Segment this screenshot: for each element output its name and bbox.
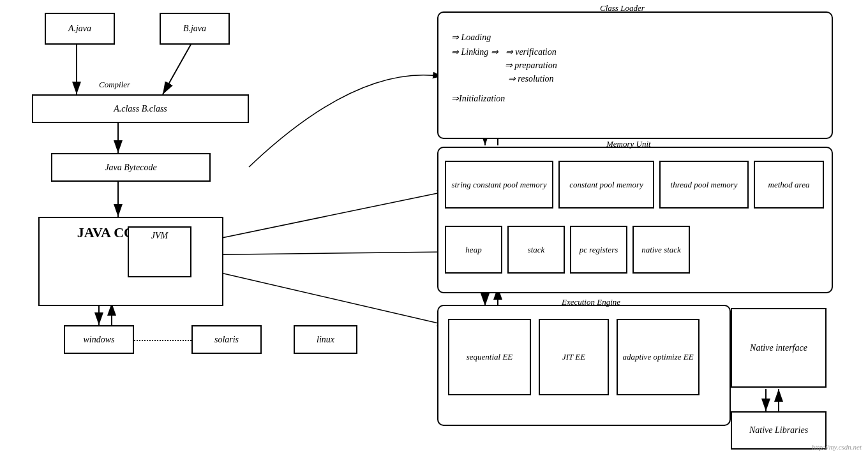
linux-label: linux xyxy=(317,335,334,345)
thread-pool-label: thread pool memory xyxy=(671,180,738,190)
method-area-box: method area xyxy=(754,161,824,209)
native-stack-label: native stack xyxy=(641,245,681,255)
svg-line-3 xyxy=(163,43,191,94)
sequential-ee-box: sequential EE xyxy=(448,319,531,395)
constant-pool-box: constant pool memory xyxy=(558,161,654,209)
java-bytecode-box: Java Bytecode xyxy=(51,153,211,182)
string-constant-pool-box: string constant pool memory xyxy=(445,161,553,209)
dotted-line xyxy=(134,340,191,341)
constant-pool-label: constant pool memory xyxy=(569,180,643,190)
svg-line-10 xyxy=(185,265,447,325)
stack-label: stack xyxy=(528,245,545,255)
native-stack-box: native stack xyxy=(632,226,690,274)
execution-engine-box: sequential EE JIT EE adaptive optimize E… xyxy=(437,305,731,426)
stack-box: stack xyxy=(507,226,565,274)
windows-label: windows xyxy=(83,335,114,345)
jit-ee-box: JIT EE xyxy=(539,319,609,395)
linking-text: ⇒ Linking ⇒ xyxy=(451,47,498,57)
pc-registers-label: pc registers xyxy=(580,245,618,255)
jvm-label: JVM xyxy=(151,231,168,241)
compiler-label: Compiler xyxy=(99,80,130,90)
loading-text: ⇒ Loading xyxy=(451,32,491,43)
b-java-label: B.java xyxy=(183,24,206,34)
preparation-text: ⇒ preparation xyxy=(505,60,557,71)
jit-ee-label: JIT EE xyxy=(562,352,585,362)
heap-label: heap xyxy=(465,245,481,255)
verification-text: ⇒ verification xyxy=(505,47,557,57)
a-java-box: A.java xyxy=(45,13,115,45)
class-loader-box: ⇒ Loading ⇒ Linking ⇒ ⇒ verification ⇒ p… xyxy=(437,11,833,139)
execution-engine-title: Execution Engine xyxy=(562,297,620,307)
string-constant-label: string constant pool memory xyxy=(451,180,546,190)
sequential-ee-label: sequential EE xyxy=(467,352,513,362)
java-bytecode-label: Java Bytecode xyxy=(105,163,156,173)
resolution-text: ⇒ resolution xyxy=(505,73,557,84)
a-java-label: A.java xyxy=(68,24,91,34)
ab-class-box: A.class B.class xyxy=(32,94,249,123)
memory-unit-title: Memory Unit xyxy=(606,139,651,149)
b-java-box: B.java xyxy=(160,13,230,45)
pc-registers-box: pc registers xyxy=(570,226,627,274)
native-interface-box: Native interface xyxy=(731,308,827,388)
solaris-box: solaris xyxy=(191,325,262,354)
memory-unit-box: string constant pool memory constant poo… xyxy=(437,147,833,293)
thread-pool-box: thread pool memory xyxy=(659,161,749,209)
class-loader-title: Class Loader xyxy=(600,3,645,13)
jvm-box: JVM xyxy=(128,226,191,277)
native-interface-label: Native interface xyxy=(750,343,807,353)
native-libraries-label: Native Libraries xyxy=(749,425,808,436)
heap-box: heap xyxy=(445,226,502,274)
method-area-label: method area xyxy=(768,180,810,190)
svg-line-8 xyxy=(185,191,447,245)
adaptive-ee-box: adaptive optimize EE xyxy=(617,319,700,395)
adaptive-ee-label: adaptive optimize EE xyxy=(622,352,693,362)
linux-box: linux xyxy=(294,325,357,354)
svg-line-9 xyxy=(185,252,447,255)
solaris-label: solaris xyxy=(214,335,239,345)
windows-box: windows xyxy=(64,325,134,354)
ab-class-label: A.class B.class xyxy=(114,104,167,114)
initialization-text: ⇒Initialization xyxy=(451,93,505,104)
watermark: http://my.csdn.net xyxy=(812,443,862,451)
diagram: A.java B.java Compiler A.class B.class J… xyxy=(0,0,868,454)
